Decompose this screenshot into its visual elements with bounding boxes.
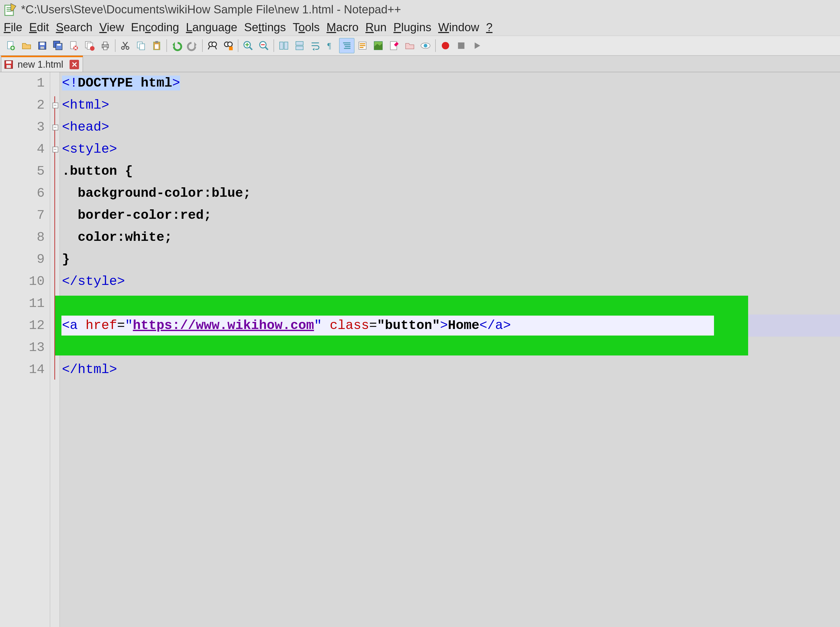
copy-icon[interactable] [133,38,148,53]
svg-rect-19 [103,47,107,50]
menu-macro[interactable]: Macro [327,21,358,34]
line-number: 14 [0,359,45,381]
code-line[interactable]: <style> [62,138,840,160]
open-file-icon[interactable] [19,38,34,53]
indent-guide-icon[interactable] [339,38,354,53]
toolbar-separator [202,39,203,52]
code-line[interactable]: .button { [62,160,840,182]
menu-bar: File Edit Search View Encoding Language … [0,19,840,36]
zoom-in-icon[interactable] [240,38,256,53]
code-line[interactable]: <head> [62,116,840,138]
toolbar: ¶ [0,36,840,56]
menu-settings[interactable]: Settings [244,21,286,34]
code-area[interactable]: <!DOCTYPE html> <html> <head> <style> .b… [60,72,840,627]
menu-encoding[interactable]: Encoding [131,21,179,34]
folder-icon[interactable] [402,38,417,53]
sync-horizontal-icon[interactable] [292,38,307,53]
line-number-gutter: 1 2 3 4 5 6 7 8 9 10 11 12 13 14 [0,72,50,627]
find-icon[interactable] [205,38,220,53]
line-number: 12 [0,315,45,337]
menu-window[interactable]: Window [438,21,479,34]
menu-run[interactable]: Run [365,21,387,34]
tab-file[interactable]: new 1.html ✕ [1,56,83,72]
line-number: 8 [0,227,45,249]
save-icon[interactable] [35,38,50,53]
code-line[interactable]: <a href="https://www.wikihow.com" class=… [62,315,840,337]
svg-rect-34 [279,42,283,49]
svg-rect-35 [284,42,288,49]
close-all-icon[interactable] [82,38,97,53]
tab-close-icon[interactable]: ✕ [69,60,79,69]
menu-edit[interactable]: Edit [29,21,49,34]
code-line[interactable]: <html> [62,94,840,116]
record-macro-icon[interactable] [438,38,453,53]
svg-rect-7 [40,43,45,46]
user-lang-icon[interactable] [355,38,370,53]
line-number: 7 [0,204,45,227]
svg-rect-31 [229,47,233,50]
menu-view[interactable]: View [99,21,124,34]
save-all-icon[interactable] [51,38,66,53]
show-all-chars-icon[interactable]: ¶ [324,38,339,53]
tab-label: new 1.html [17,59,63,70]
svg-point-28 [212,42,216,47]
code-line[interactable]: } [62,249,840,271]
close-file-icon[interactable] [66,38,81,53]
code-line[interactable]: </html> [62,359,840,381]
svg-rect-47 [6,61,11,64]
stop-macro-icon[interactable] [453,38,469,53]
fold-toggle-icon[interactable] [52,147,58,153]
doc-map-icon[interactable] [371,38,386,53]
line-number: 13 [0,337,45,359]
redo-icon[interactable] [185,38,200,53]
menu-language[interactable]: Language [186,21,237,34]
menu-search[interactable]: Search [56,21,92,34]
undo-icon[interactable] [169,38,184,53]
svg-point-30 [227,42,232,47]
code-line[interactable]: color:white; [62,227,840,249]
svg-rect-45 [458,43,465,49]
play-macro-icon[interactable] [469,38,485,53]
monitoring-icon[interactable] [418,38,433,53]
unsaved-file-icon [3,59,14,70]
line-number: 1 [0,72,45,94]
paste-icon[interactable] [149,38,164,53]
code-line[interactable]: border-color:red; [62,204,840,227]
print-icon[interactable] [98,38,113,53]
line-number: 6 [0,182,45,204]
fold-toggle-icon[interactable] [52,102,58,108]
code-line[interactable]: background-color:blue; [62,182,840,204]
zoom-out-icon[interactable] [256,38,272,53]
toolbar-separator [166,39,167,52]
line-number: 4 [0,138,45,160]
line-number: 2 [0,94,45,116]
editor[interactable]: 1 2 3 4 5 6 7 8 9 10 11 12 13 14 <!DOCTY… [0,72,840,627]
title-bar: *C:\Users\Steve\Documents\wikiHow Sample… [0,0,840,19]
svg-rect-18 [103,42,107,45]
app-icon [3,3,17,16]
function-list-icon[interactable] [387,38,402,53]
menu-file[interactable]: File [4,21,22,34]
word-wrap-icon[interactable] [308,38,323,53]
new-file-icon[interactable] [3,38,18,53]
svg-rect-25 [155,41,158,43]
window-title: *C:\Users\Steve\Documents\wikiHow Sample… [21,3,401,16]
cut-icon[interactable] [118,38,133,53]
tab-strip: new 1.html ✕ [0,56,840,72]
menu-plugins[interactable]: Plugins [393,21,431,34]
svg-rect-23 [140,44,145,50]
line-number: 5 [0,160,45,182]
svg-rect-26 [155,44,159,49]
code-line[interactable]: </style> [62,271,840,293]
replace-icon[interactable] [221,38,236,53]
svg-rect-8 [40,47,44,49]
fold-toggle-icon[interactable] [52,124,58,131]
svg-rect-48 [6,65,11,68]
sync-vertical-icon[interactable] [276,38,291,53]
svg-rect-11 [57,44,61,46]
menu-tools[interactable]: Tools [293,21,320,34]
line-number: 10 [0,271,45,293]
toolbar-separator [115,39,115,52]
code-line[interactable]: <!DOCTYPE html> [62,72,840,94]
menu-help[interactable]: ? [486,21,493,34]
